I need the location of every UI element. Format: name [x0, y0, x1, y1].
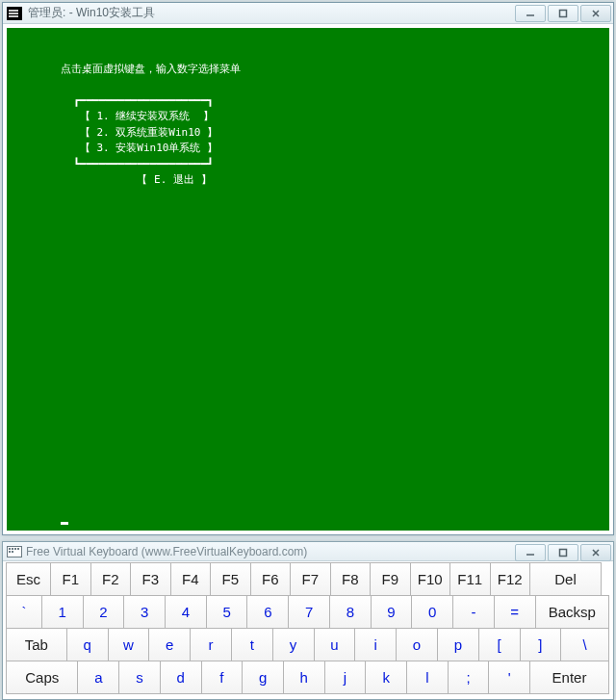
key-a[interactable]: a: [77, 661, 119, 694]
console-window: 管理员: - Win10安装工具 点击桌面虚拟键盘，输入数字选择菜单 ┏━━━━…: [2, 2, 614, 535]
key-f7[interactable]: F7: [290, 562, 331, 596]
close-button[interactable]: [580, 5, 611, 22]
key-8[interactable]: 8: [329, 595, 372, 629]
minimize-icon: [526, 9, 535, 18]
menu-divider-bot: ┗━━━━━━━━━━━━━━━━━━━━┛: [73, 158, 214, 170]
key-i[interactable]: i: [354, 628, 397, 661]
key-f2[interactable]: F2: [90, 562, 132, 596]
key-rbracket[interactable]: ]: [520, 628, 562, 661]
key-esc[interactable]: Esc: [6, 562, 51, 596]
menu-item-1: 【 1. 继续安装双系统 】: [80, 108, 214, 124]
close-icon: [591, 9, 601, 18]
key-f9[interactable]: F9: [370, 562, 411, 596]
svg-rect-1: [560, 11, 567, 17]
key-k[interactable]: k: [365, 661, 407, 694]
minimize-icon: [526, 548, 535, 557]
kbd-close-button[interactable]: [580, 544, 611, 561]
key-equals[interactable]: =: [494, 595, 536, 629]
key-g[interactable]: g: [242, 661, 284, 694]
menu-item-3: 【 3. 安装Win10单系统 】: [80, 140, 218, 156]
maximize-button[interactable]: [548, 5, 578, 22]
svg-rect-5: [560, 550, 567, 557]
key-1[interactable]: 1: [41, 595, 84, 629]
key-d[interactable]: d: [160, 661, 202, 694]
key-s[interactable]: s: [118, 661, 161, 694]
kbd-minimize-button[interactable]: [515, 544, 546, 561]
key-o[interactable]: o: [396, 628, 438, 661]
key-backspace[interactable]: Backsp: [535, 595, 609, 629]
keyboard-row-3: Tab q w e r t y u i o p [ ] \: [7, 629, 609, 661]
menu-item-2: 【 2. 双系统重装Win10 】: [80, 124, 218, 141]
keyboard-title: Free Virtual Keyboard (www.FreeVirtualKe…: [26, 545, 307, 558]
key-r[interactable]: r: [190, 628, 232, 661]
key-t[interactable]: t: [231, 628, 273, 661]
console-titlebar: 管理员: - Win10安装工具: [3, 3, 613, 24]
key-f3[interactable]: F3: [130, 562, 171, 596]
minimize-button[interactable]: [515, 5, 546, 22]
keyboard-window: Free Virtual Keyboard (www.FreeVirtualKe…: [2, 541, 614, 700]
key-f11[interactable]: F11: [449, 562, 491, 596]
console-header: 点击桌面虚拟键盘，输入数字选择菜单: [61, 61, 241, 77]
key-y[interactable]: y: [272, 628, 315, 661]
keyboard-row-4: Caps a s d f g h j k l ; ' Enter: [7, 661, 609, 694]
key-tab[interactable]: Tab: [6, 628, 67, 661]
menu-exit: 【 E. 退出 】: [137, 171, 211, 188]
key-f[interactable]: f: [201, 661, 244, 694]
key-6[interactable]: 6: [246, 595, 289, 629]
key-semicolon[interactable]: ;: [448, 661, 490, 694]
key-u[interactable]: u: [314, 628, 356, 661]
key-f6[interactable]: F6: [250, 562, 292, 596]
keyboard-row-1: Esc F1 F2 F3 F4 F5 F6 F7 F8 F9 F10 F11 F…: [7, 563, 609, 596]
kbd-maximize-button[interactable]: [548, 544, 578, 561]
keyboard-icon: [7, 546, 22, 557]
key-lbracket[interactable]: [: [478, 628, 521, 661]
key-backtick[interactable]: `: [6, 595, 42, 629]
key-l[interactable]: l: [406, 661, 449, 694]
key-4[interactable]: 4: [165, 595, 207, 629]
close-icon: [591, 548, 601, 557]
key-f4[interactable]: F4: [170, 562, 212, 596]
keyboard-row-2: ` 1 2 3 4 5 6 7 8 9 0 - = Backsp: [7, 596, 609, 629]
key-backslash[interactable]: \: [560, 628, 609, 661]
cmd-icon: [7, 7, 22, 20]
key-w[interactable]: w: [108, 628, 150, 661]
keyboard-titlebar: Free Virtual Keyboard (www.FreeVirtualKe…: [3, 542, 613, 561]
key-f10[interactable]: F10: [410, 562, 451, 596]
key-f1[interactable]: F1: [50, 562, 91, 596]
key-h[interactable]: h: [283, 661, 325, 694]
maximize-icon: [558, 9, 568, 18]
key-2[interactable]: 2: [83, 595, 125, 629]
key-apostrophe[interactable]: ': [488, 661, 530, 694]
key-5[interactable]: 5: [206, 595, 248, 629]
key-f8[interactable]: F8: [330, 562, 372, 596]
console-title: 管理员: - Win10安装工具: [26, 5, 155, 21]
key-7[interactable]: 7: [288, 595, 330, 629]
keyboard-rows: Esc F1 F2 F3 F4 F5 F6 F7 F8 F9 F10 F11 F…: [7, 563, 609, 694]
maximize-icon: [558, 548, 568, 557]
key-caps[interactable]: Caps: [6, 661, 78, 694]
key-e[interactable]: e: [148, 628, 191, 661]
key-j[interactable]: j: [324, 661, 367, 694]
key-f12[interactable]: F12: [490, 562, 531, 596]
key-enter[interactable]: Enter: [529, 661, 609, 694]
key-dash[interactable]: -: [452, 595, 495, 629]
key-3[interactable]: 3: [123, 595, 166, 629]
key-9[interactable]: 9: [371, 595, 413, 629]
key-p[interactable]: p: [437, 628, 479, 661]
key-f5[interactable]: F5: [210, 562, 251, 596]
menu-divider-top: ┏━━━━━━━━━━━━━━━━━━━━┓: [73, 94, 214, 107]
key-del[interactable]: Del: [529, 562, 602, 596]
console-body[interactable]: 点击桌面虚拟键盘，输入数字选择菜单 ┏━━━━━━━━━━━━━━━━━━━━┓…: [7, 28, 609, 531]
cursor: [61, 522, 68, 525]
key-0[interactable]: 0: [411, 595, 453, 629]
key-q[interactable]: q: [66, 628, 109, 661]
